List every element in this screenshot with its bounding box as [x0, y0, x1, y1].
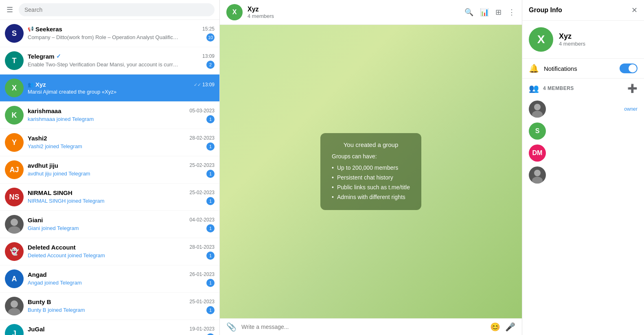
member-avatar-2: DM: [529, 145, 546, 162]
chat-avatar-jugal: J: [5, 324, 24, 335]
chat-time-angad: 26-01-2023: [190, 272, 215, 277]
group-name-large: Xyz: [559, 32, 585, 41]
attach-icon[interactable]: 📎: [226, 322, 237, 332]
chat-avatar-avdhut: AJ: [5, 160, 24, 179]
chat-item-telegram[interactable]: TTelegram ✓13:09Enable Two-Step Verifica…: [0, 47, 219, 74]
chat-item-karishmaaa[interactable]: Kkarishmaaa05-03-2023karishmaaa joined T…: [0, 102, 219, 129]
chat-content-deleted: Deleted Account28-01-2023Deleted Account…: [28, 244, 215, 260]
chat-time-jugal: 19-01-2023: [190, 326, 215, 332]
chat-item-giani[interactable]: Giani04-02-2023Giani joined Telegram1: [0, 211, 219, 238]
sidebar: ☰ S📢 Seekeras15:25Company – Ditto(work f…: [0, 0, 220, 335]
chat-avatar-xyz: X: [5, 79, 24, 97]
chat-item-avdhut[interactable]: AJavdhut jiju25-02-2023avdhut jiju joine…: [0, 156, 219, 184]
info-card-title: You created a group: [332, 141, 410, 148]
search-icon[interactable]: 🔍: [464, 8, 473, 17]
chat-badge-jugal: 1: [206, 333, 215, 335]
chat-item-seekeras[interactable]: S📢 Seekeras15:25Company – Ditto(work fro…: [0, 20, 219, 47]
chat-list: S📢 Seekeras15:25Company – Ditto(work fro…: [0, 20, 219, 335]
chat-badge-telegram: 2: [206, 61, 215, 69]
chat-preview-telegram: Enable Two-Step Verification Dear Mansi,…: [28, 61, 178, 68]
chat-badge-karishmaaa: 1: [206, 115, 215, 123]
chat-content-seekeras: 📢 Seekeras15:25Company – Ditto(work from…: [28, 26, 215, 42]
more-icon[interactable]: ⋮: [508, 8, 515, 17]
right-panel-title: Group Info: [529, 7, 562, 14]
info-card-subtitle: Groups can have:: [332, 153, 410, 160]
chat-preview-nirmal: NIRMAL SINGH joined Telegram: [28, 198, 105, 204]
chat-item-yashi2[interactable]: YYashi228-02-2023Yashi2 joined Telegram1: [0, 129, 219, 156]
chat-content-nirmal: NIRMAL SINGH25-02-2023NIRMAL SINGH joine…: [28, 189, 215, 205]
chat-content-buntyb: Bunty B25-01-2023Bunty B joined Telegram…: [28, 298, 215, 314]
member-item-1[interactable]: S: [529, 120, 637, 142]
notifications-toggle[interactable]: [620, 63, 637, 73]
chat-time-giani: 04-02-2023: [190, 217, 215, 223]
chat-name-angad: Angad: [28, 271, 47, 278]
columns-icon[interactable]: ⊞: [495, 8, 502, 17]
notifications-left: 🔔 Notifications: [529, 63, 577, 73]
chat-avatar-nirmal: NS: [5, 188, 24, 206]
poll-icon[interactable]: 📊: [480, 8, 489, 17]
add-member-button[interactable]: ➕: [627, 83, 637, 93]
chat-time-seekeras: 15:25: [202, 26, 215, 32]
chat-content-avdhut: avdhut jiju25-02-2023avdhut jiju joined …: [28, 162, 215, 178]
chat-item-xyz[interactable]: X👥 Xyz✓✓ 13:09Mansi Ajimal created the g…: [0, 74, 219, 102]
members-section: 👥 4 MEMBERS ➕ ownerSDM: [522, 79, 644, 191]
chat-time-yashi2: 28-02-2023: [190, 135, 215, 141]
chat-item-nirmal[interactable]: NSNIRMAL SINGH25-02-2023NIRMAL SINGH joi…: [0, 184, 219, 211]
chat-preview-giani: Giani joined Telegram: [28, 225, 79, 231]
members-icon: 👥: [529, 83, 539, 93]
chat-preview-xyz: Mansi Ajimal created the group «Xyz»: [28, 89, 116, 95]
chat-name-seekeras: 📢 Seekeras: [28, 26, 62, 33]
chat-avatar-deleted: 👻: [5, 242, 24, 261]
chat-preview-angad: Angad joined Telegram: [28, 280, 82, 286]
chat-item-buntyb[interactable]: Bunty B25-01-2023Bunty B joined Telegram…: [0, 293, 219, 320]
chat-time-avdhut: 25-02-2023: [190, 162, 215, 168]
chat-avatar-yashi2: Y: [5, 133, 24, 152]
header-icons: 🔍 📊 ⊞ ⋮: [464, 8, 515, 17]
member-item-3[interactable]: [529, 164, 637, 186]
input-icons: 😊 🎤: [490, 322, 515, 332]
chat-name-xyz: 👥 Xyz: [28, 81, 46, 88]
menu-icon[interactable]: ☰: [5, 4, 15, 16]
member-avatar-3: [529, 166, 546, 184]
chat-content-giani: Giani04-02-2023Giani joined Telegram1: [28, 217, 215, 232]
owner-badge: owner: [624, 106, 637, 112]
member-avatar-0: [529, 101, 546, 118]
chat-badge-avdhut: 1: [206, 170, 215, 178]
voice-icon[interactable]: 🎤: [505, 322, 515, 332]
chat-content-yashi2: Yashi228-02-2023Yashi2 joined Telegram1: [28, 135, 215, 151]
notifications-row: 🔔 Notifications: [522, 59, 644, 79]
main-chat: X Xyz 4 members 🔍 📊 ⊞ ⋮ You created a gr…: [220, 0, 522, 335]
chat-badge-seekeras: 10: [206, 33, 215, 42]
chat-item-angad[interactable]: AAngad26-01-2023Angad joined Telegram1: [0, 265, 219, 293]
chat-preview-yashi2: Yashi2 joined Telegram: [28, 143, 82, 149]
member-item-2[interactable]: DM: [529, 142, 637, 164]
chat-time-buntyb: 25-01-2023: [190, 299, 215, 304]
chat-item-jugal[interactable]: JJuGal19-01-2023JuGal joined Telegram1: [0, 320, 219, 335]
svg-point-5: [532, 111, 543, 118]
message-input[interactable]: [241, 324, 485, 330]
chat-avatar-karishmaaa: K: [5, 106, 24, 125]
chat-badge-buntyb: 1: [206, 306, 215, 314]
chat-content-telegram: Telegram ✓13:09Enable Two-Step Verificat…: [28, 53, 215, 69]
group-members-count: 4 members: [559, 41, 585, 47]
close-button[interactable]: ✕: [631, 6, 637, 15]
chat-badge-nirmal: 1: [206, 197, 215, 205]
chat-content-xyz: 👥 Xyz✓✓ 13:09Mansi Ajimal created the gr…: [28, 81, 215, 95]
chat-header-name: Xyz: [248, 6, 460, 13]
chat-header-sub: 4 members: [248, 13, 460, 19]
member-item-0[interactable]: owner: [529, 98, 637, 120]
chat-preview-buntyb: Bunty B joined Telegram: [28, 307, 85, 313]
chat-preview-avdhut: avdhut jiju joined Telegram: [28, 171, 90, 177]
emoji-icon[interactable]: 😊: [490, 322, 500, 332]
svg-point-7: [532, 177, 543, 184]
member-avatar-1: S: [529, 123, 546, 140]
members-list: ownerSDM: [529, 98, 637, 186]
chat-item-deleted[interactable]: 👻Deleted Account28-01-2023Deleted Accoun…: [0, 238, 219, 265]
chat-time-karishmaaa: 05-03-2023: [190, 108, 215, 114]
info-card-item: Admins with different rights: [332, 192, 410, 202]
chat-header-avatar: X: [226, 4, 243, 20]
search-input[interactable]: [19, 3, 215, 16]
chat-badge-deleted: 1: [206, 252, 215, 260]
info-card-list: Up to 200,000 membersPersistent chat his…: [332, 163, 410, 202]
bell-icon: 🔔: [529, 63, 539, 73]
